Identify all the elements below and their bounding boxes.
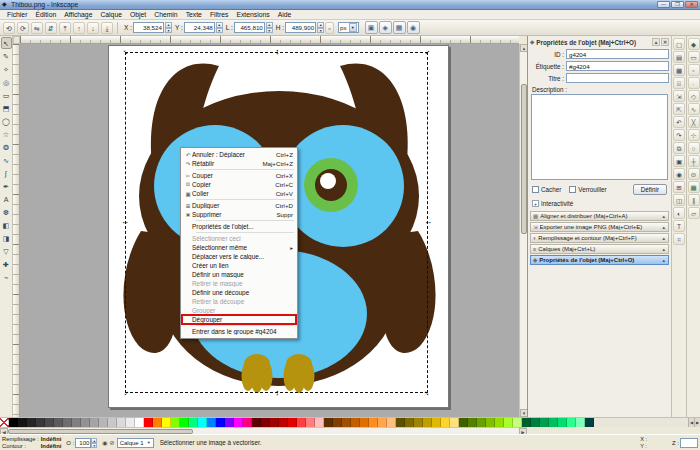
panel-close-icon[interactable]: ✕ xyxy=(661,38,669,46)
palette-swatch[interactable] xyxy=(351,418,360,427)
spinner-arrows[interactable]: ▲▼ xyxy=(165,22,172,33)
palette-swatch[interactable] xyxy=(153,418,162,427)
snap-cusp-nodes[interactable]: ⊹ xyxy=(688,129,700,141)
cmd-paste[interactable]: ▣ xyxy=(673,155,685,167)
flip-vertical-icon[interactable]: ⇵ xyxy=(45,22,57,34)
cmd-undo[interactable]: ↶ xyxy=(673,116,685,128)
palette-swatch[interactable] xyxy=(414,418,423,427)
snap-nodes[interactable]: ◇ xyxy=(688,90,700,102)
tool-selector[interactable]: ↖ xyxy=(1,37,12,49)
spinner-arrows[interactable]: ▲▼ xyxy=(266,22,273,33)
unit-select[interactable]: px ▼ xyxy=(338,22,359,33)
palette-swatch[interactable] xyxy=(333,418,342,427)
palette-swatch[interactable] xyxy=(243,418,252,427)
titre-input[interactable] xyxy=(566,73,669,83)
interactivity-expander[interactable]: + Interactivité xyxy=(532,200,669,207)
palette-swatch[interactable] xyxy=(423,418,432,427)
selection-handle-s[interactable]: ↔ xyxy=(274,389,282,397)
palette-swatch[interactable] xyxy=(477,418,486,427)
cmd-redo[interactable]: ↷ xyxy=(673,129,685,141)
palette-swatch[interactable] xyxy=(324,418,333,427)
palette-swatch[interactable] xyxy=(252,418,261,427)
context-menu-item[interactable]: Sélectionner même xyxy=(182,243,296,252)
palette-swatch[interactable] xyxy=(549,418,558,427)
palette-swatch[interactable] xyxy=(135,418,144,427)
spinner-value[interactable]: 489,900 xyxy=(285,22,316,33)
palette-swatch[interactable] xyxy=(342,418,351,427)
tool-rectangle[interactable]: ▭ xyxy=(1,89,12,101)
context-menu-item[interactable]: Dégrouper xyxy=(182,315,296,324)
palette-swatch[interactable] xyxy=(81,418,90,427)
palette-swatch[interactable] xyxy=(504,418,513,427)
context-menu-item[interactable]: ▣ Coller Ctrl+V xyxy=(182,189,296,198)
tool-node-editor[interactable]: ✎ xyxy=(1,50,12,62)
selection-handle-w[interactable]: ↔ xyxy=(121,218,129,226)
palette-swatch[interactable] xyxy=(216,418,225,427)
palette-swatch[interactable] xyxy=(279,418,288,427)
lower-to-bottom-icon[interactable]: ⤓ xyxy=(101,22,113,34)
palette-swatch[interactable] xyxy=(531,418,540,427)
layer-visibility-icon[interactable]: ◉ xyxy=(102,439,107,446)
lower-icon[interactable]: ↓ xyxy=(87,22,99,34)
rotate-90-ccw-icon[interactable]: ⟲ xyxy=(3,22,15,34)
snap-guides[interactable]: ∥ xyxy=(688,194,700,206)
context-menu-item[interactable]: ✂ Couper Ctrl+X xyxy=(182,171,296,180)
snap-midpoints[interactable]: ┼ xyxy=(688,155,700,167)
palette-swatch[interactable] xyxy=(261,418,270,427)
tool-text[interactable]: A xyxy=(1,193,12,205)
menu-bar-item[interactable]: Chemin xyxy=(150,10,181,20)
palette-swatch[interactable] xyxy=(54,418,63,427)
context-menu-item[interactable]: Sélectionner ceci xyxy=(182,234,296,243)
selection-handle-n[interactable]: ↔ xyxy=(274,48,282,56)
snap-enable[interactable]: ◆ xyxy=(688,38,700,50)
context-menu-item[interactable]: ⊞ Dupliquer Ctrl+D xyxy=(182,201,296,210)
context-menu-item[interactable]: ↷ Rétablir Maj+Ctrl+Z xyxy=(182,159,296,168)
menu-bar-item[interactable]: Fichier xyxy=(3,10,31,20)
palette-swatch[interactable] xyxy=(468,418,477,427)
cmd-export[interactable]: ⇱ xyxy=(673,103,685,115)
selection-handle-e[interactable]: ↔ xyxy=(424,218,432,226)
palette-swatch[interactable] xyxy=(522,418,531,427)
cmd-fill-stroke[interactable]: ◐ xyxy=(673,207,685,219)
cmd-new-document[interactable]: ▢ xyxy=(673,38,685,50)
context-menu-item[interactable]: ⧉ Copier Ctrl+C xyxy=(182,180,296,189)
cmd-open[interactable]: ▤ xyxy=(673,51,685,63)
minimize-button[interactable]: — xyxy=(657,1,670,8)
tool-star[interactable]: ☆ xyxy=(1,128,12,140)
snap-bbox-edges[interactable]: ▫ xyxy=(688,64,700,76)
spinner-value[interactable]: 465,810 xyxy=(234,22,265,33)
tool-eraser[interactable]: ◧ xyxy=(1,219,12,231)
horizontal-scrollbar[interactable]: ◀ ▶ xyxy=(0,427,527,434)
context-menu-item[interactable]: Propriétés de l'objet... xyxy=(182,222,296,231)
context-menu-item[interactable]: Créer un lien xyxy=(182,261,296,270)
tool-spray[interactable]: ❆ xyxy=(1,206,12,218)
panel-float-icon[interactable]: ▴ xyxy=(652,38,660,46)
tool-3d-box[interactable]: ⬒ xyxy=(1,102,12,114)
context-menu-item[interactable]: Retirer la découpe xyxy=(182,297,296,306)
spinner-value[interactable]: 24,348 xyxy=(184,22,215,33)
tool-paint-bucket[interactable]: ◨ xyxy=(1,232,12,244)
palette-swatch[interactable] xyxy=(270,418,279,427)
palette-swatch[interactable] xyxy=(9,418,18,427)
palette-swatch[interactable] xyxy=(234,418,243,427)
menu-bar-item[interactable]: Extensions xyxy=(232,10,273,20)
palette-swatch[interactable] xyxy=(495,418,504,427)
palette-swatch[interactable] xyxy=(117,418,126,427)
cmd-copy[interactable]: ⧉ xyxy=(673,142,685,154)
tool-pencil[interactable]: ∿ xyxy=(1,154,12,166)
palette-swatch[interactable] xyxy=(162,418,171,427)
tool-calligraphy[interactable]: ✒ xyxy=(1,180,12,192)
tool-spiral[interactable]: ❂ xyxy=(1,141,12,153)
context-menu-item[interactable]: ✖ Supprimer Suppr xyxy=(182,210,296,219)
snap-smooth-nodes[interactable]: ○ xyxy=(688,142,700,154)
snap-bbox-corners[interactable]: ∙ xyxy=(688,77,700,89)
cmd-group[interactable]: ◫ xyxy=(673,194,685,206)
tool-tweak[interactable]: ✧ xyxy=(1,63,12,75)
palette-swatch[interactable] xyxy=(297,418,306,427)
palette-swatch[interactable] xyxy=(378,418,387,427)
palette-swatch[interactable] xyxy=(567,418,576,427)
menu-bar-item[interactable]: Aide xyxy=(274,10,296,20)
snap-paths[interactable]: ∿ xyxy=(688,103,700,115)
affect-stroke-toggle[interactable]: ▣ xyxy=(365,21,378,34)
spinner-value[interactable]: 38,524 xyxy=(133,22,164,33)
